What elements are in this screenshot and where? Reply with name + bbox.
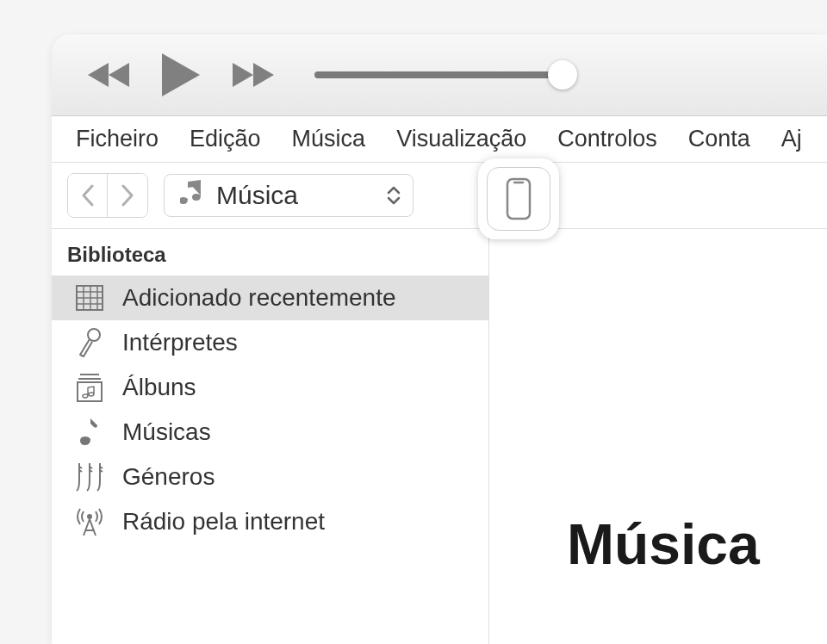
guitar-icon — [74, 461, 105, 492]
forward-button[interactable] — [108, 174, 147, 217]
sidebar-item-albums[interactable]: Álbuns — [52, 365, 488, 410]
svg-point-9 — [88, 329, 100, 341]
toolbar: Música — [52, 163, 827, 228]
microphone-icon — [74, 327, 105, 358]
menu-edit[interactable]: Edição — [174, 126, 277, 152]
sidebar-item-label: Rádio pela internet — [122, 508, 325, 536]
next-button[interactable] — [229, 59, 276, 90]
device-button-inner — [487, 167, 550, 231]
previous-button[interactable] — [86, 59, 133, 90]
sidebar-item-label: Géneros — [122, 463, 215, 491]
playback-controls — [86, 52, 276, 98]
album-icon — [74, 372, 105, 403]
main-content: Música — [489, 229, 827, 644]
menu-controls[interactable]: Controlos — [542, 126, 673, 152]
menu-bar: Ficheiro Edição Música Visualização Cont… — [52, 116, 827, 163]
svg-rect-12 — [78, 382, 102, 401]
antenna-icon — [74, 506, 105, 537]
menu-music[interactable]: Música — [277, 126, 382, 152]
svg-point-13 — [87, 514, 92, 519]
sidebar-item-recently-added[interactable]: Adicionado recentemente — [52, 276, 488, 320]
music-note-icon — [180, 178, 204, 214]
back-button[interactable] — [68, 174, 108, 217]
grid-icon — [74, 282, 105, 313]
main-title: Música — [567, 511, 760, 577]
sidebar-item-artists[interactable]: Intérpretes — [52, 320, 488, 365]
sidebar-item-internet-radio[interactable]: Rádio pela internet — [52, 499, 488, 544]
sidebar-item-label: Adicionado recentemente — [122, 284, 396, 312]
sidebar-item-label: Intérpretes — [122, 329, 238, 356]
content-area: Biblioteca Adicionado recentemente — [52, 228, 827, 644]
device-button[interactable] — [478, 158, 559, 239]
player-bar — [52, 34, 827, 116]
app-window: Ficheiro Edição Música Visualização Cont… — [52, 34, 827, 644]
svg-rect-0 — [507, 179, 530, 219]
sidebar-item-label: Músicas — [122, 418, 211, 446]
volume-thumb[interactable] — [548, 60, 577, 90]
menu-account[interactable]: Conta — [673, 126, 766, 152]
note-icon — [74, 417, 105, 448]
chevron-updown-icon — [387, 186, 401, 205]
sidebar-item-label: Álbuns — [122, 374, 196, 401]
phone-icon — [506, 177, 532, 220]
sidebar: Biblioteca Adicionado recentemente — [52, 229, 489, 644]
volume-track — [314, 71, 569, 78]
sidebar-header: Biblioteca — [52, 243, 488, 276]
menu-view[interactable]: Visualização — [381, 126, 542, 152]
media-type-selector[interactable]: Música — [164, 174, 414, 217]
menu-file[interactable]: Ficheiro — [60, 126, 174, 152]
sidebar-item-genres[interactable]: Géneros — [52, 455, 488, 499]
sidebar-item-songs[interactable]: Músicas — [52, 410, 488, 455]
menu-help[interactable]: Aj — [766, 126, 818, 152]
play-button[interactable] — [159, 52, 203, 98]
media-selector-label: Música — [216, 181, 375, 210]
volume-slider[interactable] — [314, 58, 569, 92]
nav-buttons — [67, 173, 148, 218]
